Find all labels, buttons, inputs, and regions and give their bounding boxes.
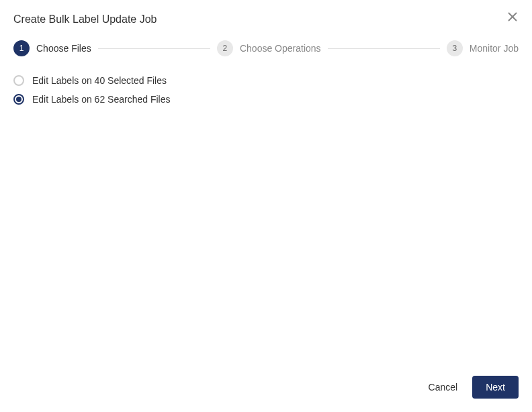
step-number: 1	[13, 40, 30, 56]
step-monitor-job: 3 Monitor Job	[447, 40, 519, 56]
step-number: 3	[447, 40, 463, 56]
step-choose-files: 1 Choose Files	[13, 40, 91, 56]
radio-label: Edit Labels on 62 Searched Files	[32, 94, 170, 105]
step-label: Choose Files	[36, 43, 91, 54]
dialog-title: Create Bulk Label Update Job	[13, 13, 519, 25]
dialog-footer: Cancel Next	[426, 376, 519, 399]
close-icon	[508, 12, 517, 24]
radio-icon	[13, 94, 24, 105]
next-button[interactable]: Next	[472, 376, 519, 399]
step-label: Monitor Job	[470, 43, 519, 54]
radio-selected-files[interactable]: Edit Labels on 40 Selected Files	[13, 75, 519, 86]
close-button[interactable]	[506, 12, 519, 24]
step-label: Choose Operations	[240, 43, 321, 54]
radio-label: Edit Labels on 40 Selected Files	[32, 75, 167, 86]
step-choose-operations: 2 Choose Operations	[217, 40, 321, 56]
radio-options: Edit Labels on 40 Selected Files Edit La…	[13, 75, 519, 105]
step-number: 2	[217, 40, 233, 56]
bulk-label-dialog: Create Bulk Label Update Job 1 Choose Fi…	[0, 0, 532, 412]
step-connector	[98, 48, 210, 49]
cancel-button[interactable]: Cancel	[426, 376, 461, 398]
radio-searched-files[interactable]: Edit Labels on 62 Searched Files	[13, 94, 519, 105]
radio-icon	[13, 75, 24, 86]
step-connector	[328, 48, 440, 49]
stepper: 1 Choose Files 2 Choose Operations 3 Mon…	[13, 40, 519, 56]
